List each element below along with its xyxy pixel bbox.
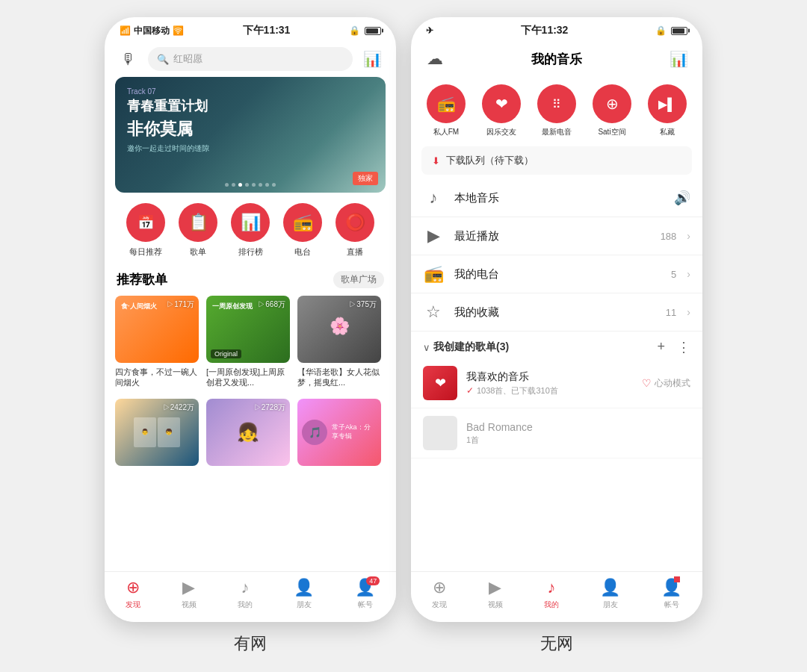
- status-bar-left: 📶 中国移动 🛜 下午11:31 🔒: [105, 17, 396, 44]
- ranking[interactable]: 📊 排行榜: [231, 203, 270, 258]
- recent-icon: ▶: [423, 226, 444, 246]
- time-left: 下午11:31: [243, 24, 291, 37]
- liked-cover: ❤: [423, 366, 457, 400]
- account-dot-badge: [674, 576, 680, 582]
- banner-tagline: 邀你一起走过时间的缝隙: [127, 143, 374, 154]
- my-music-title: 我的音乐: [531, 51, 582, 68]
- my-favorites-item[interactable]: ☆ 我的收藏 11 ›: [411, 293, 702, 332]
- download-bar[interactable]: ⬇ 下载队列（待下载）: [421, 146, 692, 175]
- bad-romance-playlist[interactable]: Bad Romance 1首: [411, 408, 702, 458]
- bad-romance-sub: 1首: [466, 435, 690, 446]
- icon-row-left: 📅 每日推荐 📋 歌单 📊 排行榜 📻 电台 ⭕ 直播: [105, 193, 396, 264]
- chart-icon-left[interactable]: 📊: [360, 47, 384, 71]
- right-phone-label: 无网: [540, 632, 573, 655]
- playlist-row-1: 食·人间烟火 ▷171万 四方食事，不过一碗人间烟火 一周原创发现 ▷668万 …: [105, 293, 396, 391]
- bad-romance-name: Bad Romance: [466, 421, 690, 433]
- arrow-right-2: ›: [687, 268, 690, 280]
- time-right: 下午11:32: [521, 24, 569, 37]
- nav-discover-left[interactable]: ⊕ 发现: [126, 578, 140, 610]
- nav-mine-left[interactable]: ♪ 我的: [238, 578, 253, 610]
- left-phone-wrapper: 📶 中国移动 🛜 下午11:31 🔒 🎙 🔍 红昭愿 📊: [105, 17, 396, 655]
- search-box-left[interactable]: 🔍 红昭愿: [148, 47, 353, 71]
- star-icon: ☆: [423, 302, 444, 322]
- banner[interactable]: Track 07 青春重置计划 非你莫属 邀你一起走过时间的缝隙 独家: [115, 77, 386, 193]
- nav-account-left[interactable]: 👤 帐号 47: [355, 578, 375, 610]
- heart-mode-btn[interactable]: ♡ 心动模式: [642, 377, 690, 390]
- playlist-item-4[interactable]: 👨 👦 ▷2422万: [115, 399, 199, 470]
- arrow-right-3: ›: [687, 306, 690, 318]
- volume-icon: 🔊: [674, 190, 690, 206]
- battery-left: 🔒: [349, 25, 381, 36]
- nav-discover-right[interactable]: ⊕ 发现: [432, 578, 447, 610]
- nav-account-right[interactable]: 👤 帐号: [661, 578, 681, 610]
- account-badge-left: 47: [366, 576, 380, 585]
- daily-recommend[interactable]: 📅 每日推荐: [126, 203, 165, 258]
- banner-subtitle: 非你莫属: [127, 118, 374, 140]
- bottom-nav-right: ⊕ 发现 ▶ 视频 ♪ 我的 👤 朋友 👤 帐号: [411, 571, 702, 622]
- nav-video-left[interactable]: ▶ 视频: [182, 578, 197, 610]
- arrow-right-1: ›: [687, 230, 690, 242]
- section-header-playlist: 推荐歌单 歌单广场: [105, 264, 396, 293]
- playlist-name-1: 四方食事，不过一碗人间烟火: [115, 367, 199, 388]
- status-bar-right: ✈ 下午11:32 🔒: [411, 17, 702, 44]
- download-icon: ⬇: [432, 155, 440, 167]
- local-music-item[interactable]: ♪ 本地音乐 🔊: [411, 179, 702, 217]
- banner-main-title: 青春重置计划: [127, 99, 374, 115]
- right-phone-wrapper: ✈ 下午11:32 🔒 ☁ 我的音乐 📊 📻 私人FM: [411, 17, 702, 655]
- nav-friends-left[interactable]: 👤 朋友: [294, 578, 314, 610]
- battery-right: 🔒: [655, 25, 687, 36]
- right-phone: ✈ 下午11:32 🔒 ☁ 我的音乐 📊 📻 私人FM: [411, 17, 702, 622]
- top-bar-right: ☁ 我的音乐 📊: [411, 44, 702, 77]
- recent-play-item[interactable]: ▶ 最近播放 188 ›: [411, 217, 702, 255]
- left-phone: 📶 中国移动 🛜 下午11:31 🔒 🎙 🔍 红昭愿 📊: [105, 17, 396, 622]
- search-icon-left: 🔍: [157, 54, 169, 65]
- chart-icon-right[interactable]: 📊: [667, 47, 690, 71]
- banner-dots: [225, 183, 276, 187]
- banner-track: Track 07: [127, 87, 374, 96]
- mini-player-text: 常子Aka：分享专辑: [332, 423, 377, 441]
- music-social[interactable]: ❤ 因乐交友: [482, 84, 521, 137]
- airplane-icon: ✈: [426, 25, 433, 36]
- new-edm[interactable]: ⠿ 最新电音: [537, 84, 576, 137]
- playlist-square-btn[interactable]: 歌单广场: [333, 271, 384, 288]
- bottom-nav-left: ⊕ 发现 ▶ 视频 ♪ 我的 👤 朋友 👤 帐号 4: [105, 571, 396, 622]
- playlist-item-2[interactable]: 一周原创发现 ▷668万 Original [一周原创发现]上周原创君又发现..…: [206, 296, 290, 388]
- note-icon: ♪: [423, 188, 444, 208]
- nav-friends-right[interactable]: 👤 朋友: [600, 578, 620, 610]
- nav-video-right[interactable]: ▶ 视频: [488, 578, 503, 610]
- private-fm[interactable]: 📻 私人FM: [427, 84, 466, 137]
- radio-icon: 📻: [423, 264, 444, 284]
- radio[interactable]: 📻 电台: [283, 203, 322, 258]
- liked-music-sub: ✓ 1038首、已下载310首: [466, 385, 633, 396]
- playlist[interactable]: 📋 歌单: [179, 203, 217, 258]
- live[interactable]: ⭕ 直播: [336, 203, 374, 258]
- playlist-item-3[interactable]: 🌸 ▷375万 【华语老歌】女人花似梦，摇曳红...: [297, 296, 381, 388]
- playlist-name-3: 【华语老歌】女人花似梦，摇曳红...: [297, 367, 381, 388]
- playlist-item-6[interactable]: 🎵 常子Aka：分享专辑: [297, 399, 381, 470]
- more-options-icon[interactable]: ⋮: [677, 339, 690, 355]
- private-collection[interactable]: ▶▌ 私藏: [648, 84, 687, 137]
- mic-button[interactable]: 🎙: [117, 47, 140, 71]
- cloud-icon[interactable]: ☁: [423, 47, 447, 71]
- top-bar-left: 🎙 🔍 红昭愿 📊: [105, 44, 396, 77]
- playlist-item-5[interactable]: 👧 ▷2728万: [206, 399, 290, 470]
- created-playlists-header: ∨ 我创建的歌单(3) + ⋮: [411, 332, 702, 358]
- quick-icons-row: 📻 私人FM ❤ 因乐交友 ⠿ 最新电音 ⊕ Sati空间 ▶▌ 私藏: [411, 77, 702, 142]
- playlist-item-1[interactable]: 食·人间烟火 ▷171万 四方食事，不过一碗人间烟火: [115, 296, 199, 388]
- playlist-name-2: [一周原创发现]上周原创君又发现...: [206, 367, 290, 388]
- liked-music-playlist[interactable]: ❤ 我喜欢的音乐 ✓ 1038首、已下载310首 ♡ 心动模式: [411, 358, 702, 408]
- playlist-row-2: 👨 👦 ▷2422万 👧 ▷2728万: [105, 396, 396, 473]
- liked-music-name: 我喜欢的音乐: [466, 370, 633, 384]
- nav-mine-right[interactable]: ♪ 我的: [544, 578, 559, 610]
- section-title-playlist: 推荐歌单: [117, 271, 167, 288]
- bad-romance-cover: [423, 416, 457, 450]
- add-playlist-icon[interactable]: +: [657, 339, 665, 355]
- banner-exclusive-tag: 独家: [353, 172, 378, 185]
- left-phone-label: 有网: [234, 632, 267, 655]
- sati-space[interactable]: ⊕ Sati空间: [593, 84, 631, 137]
- my-radio-item[interactable]: 📻 我的电台 5 ›: [411, 255, 702, 293]
- carrier-left: 📶 中国移动 🛜: [120, 25, 184, 37]
